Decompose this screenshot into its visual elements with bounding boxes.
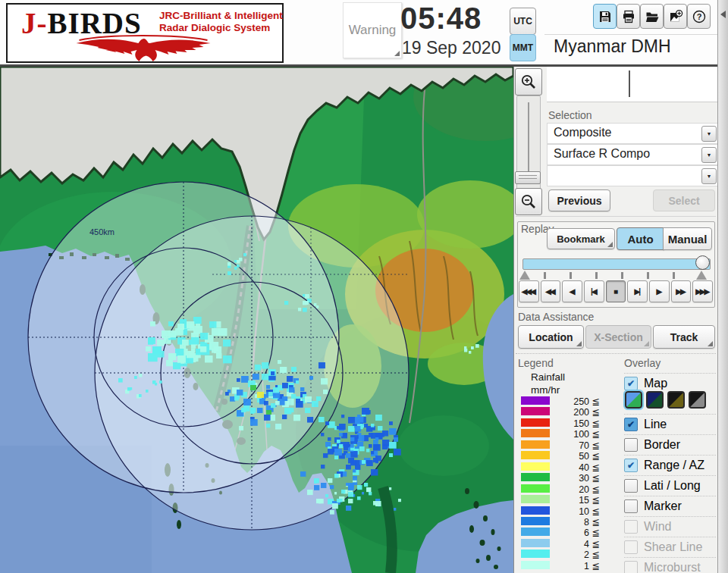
checkbox[interactable]: ✔ bbox=[624, 377, 638, 390]
corner-triangle-icon bbox=[708, 341, 713, 346]
radar-echo bbox=[348, 417, 355, 424]
divider bbox=[516, 216, 716, 217]
utc-button[interactable]: UTC bbox=[510, 8, 536, 35]
eagle-icon bbox=[9, 35, 278, 62]
radar-echo bbox=[316, 499, 320, 503]
zoom-slider-handle[interactable] bbox=[515, 171, 541, 184]
checkbox[interactable] bbox=[624, 561, 638, 573]
radar-echo bbox=[318, 417, 325, 422]
dropdown-product[interactable]: Surface R Compo ▼ bbox=[547, 144, 718, 165]
overlay-row-microburst[interactable]: Microburst bbox=[624, 557, 716, 573]
radar-echo bbox=[162, 330, 171, 338]
fastest-forward-button[interactable]: ▶▶▶ bbox=[692, 280, 713, 302]
radar-echo bbox=[323, 453, 328, 458]
replay-slider-handle[interactable] bbox=[695, 255, 710, 270]
warning-label: Warning bbox=[349, 23, 397, 38]
radar-echo bbox=[389, 428, 397, 435]
radar-map-area[interactable]: 450km bbox=[0, 67, 513, 573]
overlay-row-lati-long[interactable]: Lati / Long bbox=[624, 475, 716, 496]
select-button[interactable]: Select bbox=[653, 189, 715, 211]
checkbox[interactable] bbox=[624, 520, 638, 534]
manual-button[interactable]: Manual bbox=[663, 227, 712, 250]
save-button[interactable] bbox=[593, 4, 617, 29]
overlay-row-wind[interactable]: Wind bbox=[624, 516, 716, 537]
checkbox[interactable] bbox=[624, 499, 638, 513]
fastest-rewind-button[interactable]: ◀◀◀ bbox=[519, 280, 539, 302]
checkbox[interactable]: ✔ bbox=[624, 459, 638, 472]
dropdown-arrow-button[interactable]: ▼ bbox=[701, 147, 717, 163]
track-button[interactable]: Track bbox=[653, 325, 715, 349]
dropdown-extra[interactable]: ▼ bbox=[547, 165, 718, 186]
map-style-swatch[interactable] bbox=[646, 391, 664, 409]
legend-row: 100 ≦ bbox=[521, 428, 604, 438]
overlay-row-border[interactable]: Border bbox=[624, 434, 716, 455]
overlay-row-range-az[interactable]: ✔Range / AZ bbox=[624, 455, 716, 475]
product-name-input[interactable] bbox=[547, 67, 718, 102]
radar-echo bbox=[371, 469, 378, 476]
radar-echo bbox=[318, 362, 325, 368]
radar-echo bbox=[334, 449, 342, 456]
save-icon bbox=[598, 9, 613, 24]
radar-echo bbox=[139, 394, 142, 397]
fast-rewind-button[interactable]: ◀◀ bbox=[541, 280, 561, 302]
radar-echo bbox=[234, 260, 237, 262]
radar-echo bbox=[362, 460, 366, 464]
warning-button[interactable]: Warning bbox=[343, 2, 402, 58]
radar-echo bbox=[241, 376, 249, 383]
step-forward-button[interactable]: ▶| bbox=[627, 280, 648, 302]
overlay-row-line[interactable]: ✔Line bbox=[624, 414, 716, 434]
legend-swatch bbox=[521, 561, 550, 569]
slider-right-marker[interactable] bbox=[696, 271, 707, 280]
folder-icon bbox=[645, 9, 660, 24]
checkbox[interactable] bbox=[624, 540, 638, 554]
button-label: Track bbox=[670, 331, 698, 343]
auto-button[interactable]: Auto bbox=[617, 227, 664, 250]
location-button[interactable]: Location bbox=[518, 325, 584, 349]
overlay-row-shear-line[interactable]: Shear Line bbox=[624, 537, 716, 557]
previous-button[interactable]: Previous bbox=[548, 189, 610, 211]
map-style-swatch[interactable] bbox=[689, 391, 706, 409]
add-view-button[interactable] bbox=[664, 4, 687, 29]
radar-echo bbox=[321, 378, 328, 384]
open-folder-button[interactable] bbox=[640, 4, 664, 29]
replay-slider-track[interactable] bbox=[522, 258, 711, 270]
stop-button[interactable]: ■ bbox=[606, 280, 626, 302]
fast-forward-button[interactable]: ▶▶ bbox=[671, 280, 692, 302]
checkbox[interactable] bbox=[624, 438, 638, 452]
radar-map[interactable]: 450km bbox=[0, 67, 513, 573]
legend-row: 1 ≦ bbox=[521, 560, 604, 570]
legend-swatch bbox=[521, 440, 550, 449]
overlay-row-map[interactable]: ✔Map bbox=[624, 373, 716, 393]
dropdown-arrow-button[interactable]: ▼ bbox=[701, 126, 717, 142]
zoom-in-button[interactable] bbox=[515, 68, 542, 96]
legend-threshold: 15 ≦ bbox=[553, 494, 600, 506]
bookmark-button[interactable]: Bookmark bbox=[547, 228, 615, 249]
legend-threshold: 1 ≦ bbox=[553, 560, 600, 571]
overlay-row-marker[interactable]: Marker bbox=[624, 496, 716, 516]
step-back-button[interactable]: |◀ bbox=[584, 280, 604, 302]
panel-collapse-bar[interactable] bbox=[717, 0, 728, 573]
legend-row: 10 ≦ bbox=[521, 506, 604, 515]
mmt-button[interactable]: MMT bbox=[510, 34, 536, 61]
jbirds-app: J-BIRDS JRC-Brilliant & Intelligent Rada… bbox=[0, 0, 728, 573]
map-style-swatch[interactable] bbox=[625, 391, 642, 409]
slider-left-marker[interactable] bbox=[519, 271, 530, 280]
x-section-button[interactable]: X-Section bbox=[585, 325, 651, 349]
zoom-out-button[interactable] bbox=[515, 188, 542, 215]
play-reverse-button[interactable]: ◀ bbox=[562, 280, 582, 302]
checkbox[interactable]: ✔ bbox=[624, 418, 638, 431]
radar-echo bbox=[257, 392, 264, 398]
radar-echo bbox=[212, 328, 220, 336]
radar-echo bbox=[223, 355, 232, 363]
map-style-swatch[interactable] bbox=[667, 391, 685, 409]
print-button[interactable] bbox=[617, 4, 640, 29]
help-button[interactable]: ? bbox=[687, 4, 711, 29]
radar-echo bbox=[175, 349, 184, 356]
dropdown-arrow-button[interactable]: ▼ bbox=[701, 168, 717, 184]
radar-echo bbox=[334, 474, 337, 477]
dropdown-composite[interactable]: Composite ▼ bbox=[547, 123, 718, 144]
checkbox[interactable] bbox=[624, 479, 638, 493]
overlay-item-label: Lati / Long bbox=[644, 479, 701, 493]
play-button[interactable]: ▶ bbox=[649, 280, 670, 302]
radar-echo bbox=[357, 485, 362, 490]
